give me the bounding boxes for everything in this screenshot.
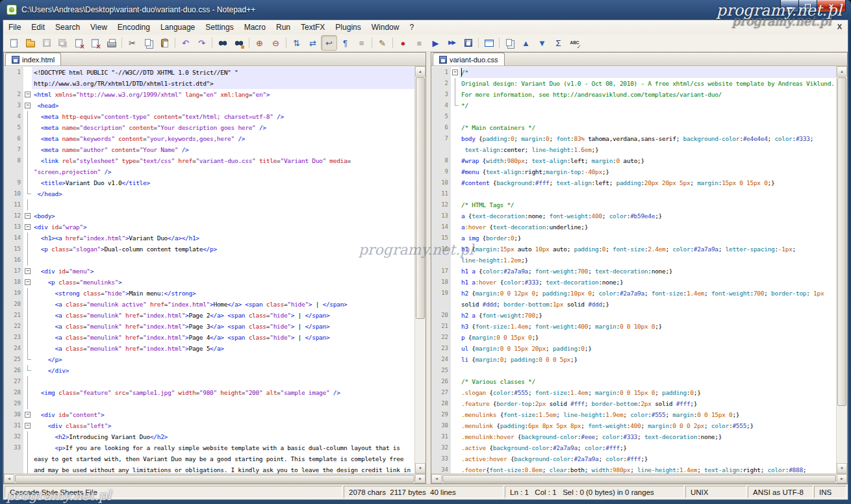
close-document-button[interactable]: X: [837, 23, 842, 31]
menu-macro[interactable]: Macro: [239, 20, 271, 34]
left-vertical-scrollbar[interactable]: ▲ ▼: [414, 66, 426, 473]
fold-toggle-icon[interactable]: −: [25, 268, 31, 274]
fold-toggle-icon[interactable]: −: [25, 423, 31, 429]
code-text[interactable]: <h2>Introducing Variant Duo</h2>: [32, 431, 414, 442]
copy-icon[interactable]: [141, 36, 156, 50]
code-text[interactable]: /* HTML Tags */: [459, 199, 836, 210]
code-text[interactable]: <head>: [32, 100, 414, 111]
menu-run[interactable]: Run: [271, 20, 296, 34]
code-text[interactable]: </p>: [32, 354, 414, 365]
code-text[interactable]: [32, 376, 414, 387]
sort-ascending-icon[interactable]: ▲: [518, 36, 533, 50]
sync-vertical-scroll-icon[interactable]: ⇅: [289, 36, 304, 50]
right-horizontal-scrollbar[interactable]: ◄ ►: [431, 473, 847, 483]
code-text[interactable]: h2 a {font-weight:700;}: [459, 310, 836, 321]
code-text[interactable]: <link rel="stylesheet" type="text/css" h…: [32, 155, 414, 166]
scroll-left-arrow-icon[interactable]: ◄: [431, 474, 442, 483]
code-text[interactable]: .menulinks {font-size:1.5em; line-height…: [459, 409, 836, 420]
open-file-icon[interactable]: [23, 36, 38, 50]
show-all-characters-icon[interactable]: ¶: [338, 36, 353, 50]
code-text[interactable]: .slogan {color:#555; font-size:1.4em; ma…: [459, 387, 836, 398]
menu-window[interactable]: Window: [366, 20, 405, 34]
sort-descending-icon[interactable]: ▼: [535, 36, 550, 50]
scroll-thumb[interactable]: [837, 77, 846, 406]
menu-edit[interactable]: Edit: [26, 20, 50, 34]
zoom-in-icon[interactable]: ⊕: [252, 36, 267, 50]
code-text[interactable]: h3 {font-size:1.4em; font-weight:400; ma…: [459, 321, 836, 332]
fold-toggle-icon[interactable]: −: [25, 103, 31, 108]
word-wrap-icon[interactable]: ↩: [322, 36, 337, 50]
code-text[interactable]: li {margin:0; padding:0 0 0 5px;}: [459, 354, 836, 365]
code-text[interactable]: body {padding:0; margin:0; font:83% taho…: [459, 133, 836, 144]
macro-record-icon[interactable]: ●: [396, 36, 411, 50]
code-text[interactable]: <title>Variant Duo v1.0</title>: [32, 177, 414, 188]
code-text[interactable]: easy to get started with, then Variant D…: [32, 453, 414, 464]
show-indent-guide-icon[interactable]: ≡: [354, 36, 369, 50]
menu-encoding[interactable]: Encoding: [112, 20, 155, 34]
tab-index-html[interactable]: index.html: [5, 53, 61, 66]
code-text[interactable]: /* Main containers */: [459, 122, 836, 133]
save-all-icon[interactable]: [55, 36, 70, 50]
scroll-up-arrow-icon[interactable]: ▲: [837, 66, 847, 77]
code-text[interactable]: <h1><a href="index.html">Variant Duo</a>…: [32, 233, 414, 244]
code-text[interactable]: <strong class="hide">Main menu:</strong>: [32, 288, 414, 299]
paste-icon[interactable]: [157, 36, 172, 50]
code-text[interactable]: <p>If you are looking for a really simpl…: [32, 442, 414, 453]
undo-icon[interactable]: ↶: [178, 36, 193, 50]
find-icon[interactable]: [215, 36, 230, 50]
code-text[interactable]: </div>: [32, 365, 414, 376]
code-text[interactable]: [32, 398, 414, 409]
code-text[interactable]: </head>: [32, 188, 414, 199]
status-insert-mode[interactable]: INS: [814, 486, 846, 498]
left-code-area[interactable]: 1<!DOCTYPE html PUBLIC "-//W3C//DTD XHTM…: [4, 66, 414, 473]
code-text[interactable]: a img {border:0;}: [459, 233, 836, 244]
compare-icon[interactable]: [502, 36, 517, 50]
macro-stop-icon[interactable]: ■: [412, 36, 427, 50]
scroll-right-arrow-icon[interactable]: ►: [837, 474, 847, 483]
sum-icon[interactable]: Σ: [551, 36, 566, 50]
menu-plugins[interactable]: Plugins: [330, 20, 366, 34]
code-text[interactable]: [459, 111, 836, 122]
macro-run-multiple-icon[interactable]: ▶▶: [444, 36, 459, 50]
scroll-left-arrow-icon[interactable]: ◄: [4, 474, 14, 483]
code-text[interactable]: <a class="menulink" href="index.html">Pa…: [32, 343, 414, 354]
code-text[interactable]: .active:hover {background-color:#2a7a9a;…: [459, 453, 836, 464]
code-text[interactable]: #content {background:#fff; text-align:le…: [459, 177, 836, 188]
close-all-icon[interactable]: [88, 36, 103, 50]
code-text[interactable]: <body>: [32, 210, 414, 221]
new-file-icon[interactable]: [6, 36, 21, 50]
code-text[interactable]: <div id="menu">: [32, 266, 414, 277]
code-text[interactable]: .menulink {padding:6px 8px 5px 8px; font…: [459, 420, 836, 431]
close-button[interactable]: ×: [817, 0, 846, 12]
scroll-down-arrow-icon[interactable]: ▼: [837, 463, 847, 473]
browser-view-icon[interactable]: [481, 36, 496, 50]
menu-help[interactable]: ?: [404, 20, 419, 34]
code-text[interactable]: */: [459, 100, 836, 111]
code-text[interactable]: #wrap {width:980px; text-align:left; mar…: [459, 155, 836, 166]
code-text[interactable]: solid #ddd; border-bottom:1px solid #ddd…: [459, 299, 836, 310]
code-text[interactable]: [32, 255, 414, 266]
code-text[interactable]: <p class="slogan">Dual-column content te…: [32, 244, 414, 255]
code-text[interactable]: [459, 188, 836, 199]
minimize-button[interactable]: [780, 0, 799, 12]
fold-toggle-icon[interactable]: −: [25, 92, 31, 97]
code-text[interactable]: text-align:center; line-height:1.6em;}: [459, 144, 836, 155]
code-text[interactable]: <p class="menulinks">: [32, 277, 414, 288]
menu-textfx[interactable]: TextFX: [296, 20, 330, 34]
code-text[interactable]: <meta name="description" content="Your d…: [32, 122, 414, 133]
menu-settings[interactable]: Settings: [200, 20, 238, 34]
code-text[interactable]: [459, 365, 836, 376]
scroll-thumb[interactable]: [15, 475, 414, 483]
code-text[interactable]: h1 {margin:15px auto 10px auto; padding:…: [459, 244, 836, 255]
scroll-down-arrow-icon[interactable]: ▼: [415, 463, 426, 473]
save-icon[interactable]: [39, 36, 54, 50]
code-text[interactable]: <meta name="keywords" content="your,keyw…: [32, 133, 414, 144]
left-horizontal-scrollbar[interactable]: ◄ ►: [4, 473, 426, 483]
fold-toggle-icon[interactable]: −: [452, 69, 458, 75]
replace-icon[interactable]: [231, 36, 246, 50]
menu-view[interactable]: View: [85, 20, 112, 34]
code-text[interactable]: <a class="menulink" href="index.html">Pa…: [32, 321, 414, 332]
code-text[interactable]: <!DOCTYPE html PUBLIC "-//W3C//DTD XHTML…: [32, 67, 414, 78]
code-text[interactable]: <a class="menulink" href="index.html">Pa…: [32, 310, 414, 321]
code-text[interactable]: p {margin:0 0 15px 0;}: [459, 332, 836, 343]
